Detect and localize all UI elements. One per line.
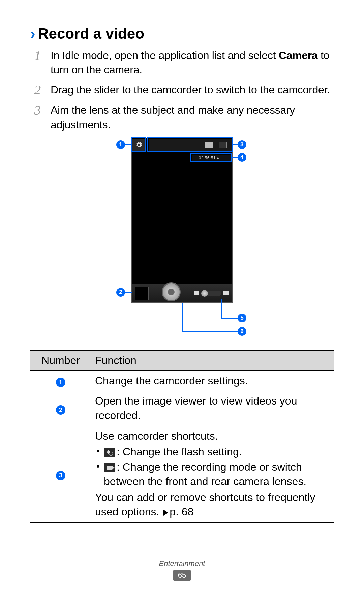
step-text: Aim the lens at the subject and make any… bbox=[51, 103, 334, 132]
leader-line bbox=[182, 331, 238, 332]
footer-section-label: Entertainment bbox=[0, 559, 364, 568]
leader-line bbox=[221, 299, 222, 319]
step-text: Drag the slider to the camcorder to swit… bbox=[51, 83, 330, 97]
camcorder-mode-icon bbox=[104, 463, 115, 472]
record-button[interactable] bbox=[162, 282, 181, 301]
leader-line bbox=[182, 303, 183, 332]
phone-screenshot: 02:56:51 ▸ bbox=[131, 138, 233, 303]
storage-icon bbox=[221, 156, 224, 160]
camcorder-figure: 02:56:51 ▸ 1 3 4 2 5 6 bbox=[83, 138, 281, 340]
table-row: 1 Change the camcorder settings. bbox=[30, 370, 334, 391]
camera-icon bbox=[223, 291, 229, 295]
table-row: 2 Open the image viewer to view videos y… bbox=[30, 391, 334, 426]
camcorder-mode-icon[interactable] bbox=[219, 142, 227, 148]
flash-off-icon[interactable] bbox=[205, 142, 213, 148]
reference-arrow-icon bbox=[163, 510, 168, 516]
callout-6: 6 bbox=[238, 327, 246, 336]
table-row: 3 Use camcorder shortcuts. : Change the … bbox=[30, 426, 334, 522]
page-number: 65 bbox=[173, 570, 191, 581]
leader-line bbox=[125, 292, 132, 293]
bullet-item: : Change the flash setting. bbox=[95, 445, 330, 459]
step-number: 1 bbox=[30, 48, 44, 63]
section-heading: › Record a video bbox=[30, 25, 334, 42]
row-callout: 3 bbox=[56, 471, 65, 480]
gallery-thumbnail[interactable] bbox=[135, 287, 149, 300]
step-item: 3 Aim the lens at the subject and make a… bbox=[30, 103, 334, 132]
callout-1: 1 bbox=[116, 140, 125, 149]
table-header-function: Function bbox=[91, 350, 334, 371]
callout-5: 5 bbox=[238, 314, 246, 322]
step-text: In Idle mode, open the application list … bbox=[51, 48, 334, 77]
step-item: 2 Drag the slider to the camcorder to sw… bbox=[30, 83, 334, 97]
row-callout: 2 bbox=[56, 405, 65, 415]
step-list: 1 In Idle mode, open the application lis… bbox=[30, 48, 334, 132]
mode-slider[interactable] bbox=[194, 291, 229, 296]
row-callout: 1 bbox=[56, 378, 65, 387]
shortcut-bar[interactable] bbox=[149, 139, 232, 151]
step-number: 2 bbox=[30, 83, 44, 97]
leader-line bbox=[231, 157, 238, 158]
bullet-item: : Change the recording mode or switch be… bbox=[95, 460, 330, 489]
heading-text: Record a video bbox=[38, 25, 144, 42]
camcorder-icon bbox=[194, 291, 199, 295]
leader-line bbox=[125, 144, 132, 145]
leader-line bbox=[221, 318, 238, 319]
row-function: Open the image viewer to view videos you… bbox=[91, 391, 334, 426]
page-footer: Entertainment 65 bbox=[0, 559, 364, 581]
settings-button[interactable] bbox=[132, 139, 145, 151]
row-function: Change the camcorder settings. bbox=[91, 370, 334, 391]
callout-3: 3 bbox=[238, 140, 246, 149]
step-item: 1 In Idle mode, open the application lis… bbox=[30, 48, 334, 77]
callout-4: 4 bbox=[238, 153, 246, 162]
step-number: 3 bbox=[30, 103, 44, 118]
play-caret-icon: ▸ bbox=[217, 156, 219, 160]
gear-icon bbox=[135, 142, 142, 148]
chevron-icon: › bbox=[30, 25, 35, 42]
flash-off-icon bbox=[104, 448, 115, 457]
table-header-number: Number bbox=[30, 350, 91, 371]
record-dot-icon bbox=[168, 289, 175, 295]
recording-time-remaining: 02:56:51 ▸ bbox=[192, 155, 231, 161]
row-function: Use camcorder shortcuts. : Change the fl… bbox=[91, 426, 334, 522]
callout-2: 2 bbox=[116, 288, 125, 297]
function-table: Number Function 1 Change the camcorder s… bbox=[30, 350, 334, 523]
bottom-toolbar bbox=[132, 284, 232, 302]
